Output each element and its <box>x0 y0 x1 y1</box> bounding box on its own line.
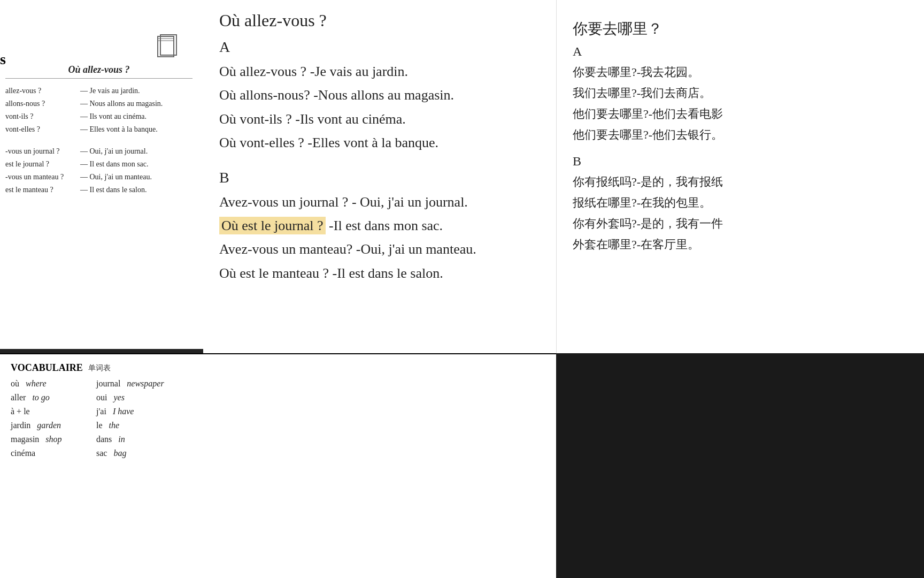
textbook-left-title: Où allez-vous ? <box>5 64 192 79</box>
left-qa-a: — Elles vont à la banque. <box>80 125 192 134</box>
dialogue-line: Avez-vous un journal ? - Oui, j'ai un jo… <box>219 193 543 212</box>
section-b-label: B <box>219 169 543 186</box>
vocab-row: où where <box>11 379 75 389</box>
cn-line: 你有外套吗?-是的，我有一件 <box>573 215 908 232</box>
vocab-title-cn: 单词表 <box>88 363 111 373</box>
cn-line: 报纸在哪里?-在我的包里。 <box>573 194 908 211</box>
dialogue-line: Où allons-nous? -Nous allons au magasin. <box>219 86 543 105</box>
vocab-en: where <box>26 379 47 388</box>
left-qa-row: vont-elles ? — Elles vont à la banque. <box>5 125 192 134</box>
cn-line: 他们要去哪里?-他们去银行。 <box>573 126 908 143</box>
left-qa-q: allons-nous ? <box>5 100 80 108</box>
vocab-row: oui yes <box>96 393 164 402</box>
cn-section-b: B 你有报纸吗?-是的，我有报纸 报纸在哪里?-在我的包里。 你有外套吗?-是的… <box>573 154 908 253</box>
vocab-fr: jardin <box>11 421 30 430</box>
left-qa-a: — Il est dans mon sac. <box>80 160 192 169</box>
dialogue-line: Où est le manteau ? -Il est dans le salo… <box>219 264 543 283</box>
cn-line: 他们要去哪里?-他们去看电影 <box>573 105 908 123</box>
left-qa-q: allez-vous ? <box>5 87 80 95</box>
cn-line: 你要去哪里?-我去花园。 <box>573 63 908 81</box>
vocab-title: VOCABULAIRE <box>11 362 83 374</box>
vocab-fr: aller <box>11 393 26 402</box>
vocab-en: the <box>109 421 120 430</box>
vocab-en: to go <box>32 393 49 402</box>
vocab-row: aller to go <box>11 393 75 402</box>
vocab-en: in <box>118 435 125 444</box>
left-qa-q: -vous un manteau ? <box>5 173 80 181</box>
vocab-fr: magasin <box>11 435 39 444</box>
vocab-fr: le <box>96 421 103 430</box>
vocab-en: yes <box>113 393 124 402</box>
left-qa-a: — Nous allons au magasin. <box>80 100 192 108</box>
vocab-row: magasin shop <box>11 435 75 444</box>
page-container: s Où allez-vous ? allez-vous ? — Je vais… <box>0 0 924 578</box>
left-qa-a: — Ils vont au cinéma. <box>80 112 192 121</box>
left-qa-q: est le manteau ? <box>5 186 80 194</box>
left-qa-a: — Je vais au jardin. <box>80 87 192 95</box>
cn-section-a-label: A <box>573 44 908 59</box>
left-qa-section-b: -vous un journal ? — Oui, j'ai un journa… <box>5 147 192 194</box>
vocab-fr: sac <box>96 448 107 458</box>
left-qa-row: est le manteau ? — Il est dans le salon. <box>5 186 192 194</box>
vocab-fr: dans <box>96 435 112 444</box>
textbook-left: Où allez-vous ? allez-vous ? — Je vais a… <box>0 0 203 343</box>
left-panel: s Où allez-vous ? allez-vous ? — Je vais… <box>0 0 556 578</box>
highlighted-text: Où est le journal ? <box>219 217 326 234</box>
vocab-en: newspaper <box>127 379 164 388</box>
left-qa-row: vont-ils ? — Ils vont au cinéma. <box>5 112 192 121</box>
dialogue-line: Où vont-elles ? -Elles vont à la banque. <box>219 133 543 153</box>
vocab-fr: cinéma <box>11 448 35 458</box>
left-qa-a: — Oui, j'ai un manteau. <box>80 173 192 181</box>
vocab-row: sac bag <box>96 448 164 458</box>
left-qa-q: -vous un journal ? <box>5 147 80 156</box>
left-qa-row: allons-nous ? — Nous allons au magasin. <box>5 100 192 108</box>
dialogue-line: Où allez-vous ? -Je vais au jardin. <box>219 62 543 81</box>
cn-line: 外套在哪里?-在客厅里。 <box>573 235 908 253</box>
vocab-col-1: où where aller to go à + le jardin garde… <box>11 379 75 458</box>
left-qa-row: allez-vous ? — Je vais au jardin. <box>5 87 192 95</box>
vocab-row: cinéma <box>11 448 75 458</box>
left-qa-q: vont-elles ? <box>5 125 80 134</box>
vocab-en: I have <box>113 407 134 416</box>
vocab-row: à + le <box>11 407 75 416</box>
left-qa-q: vont-ils ? <box>5 112 80 121</box>
left-qa-a: — Oui, j'ai un journal. <box>80 147 192 156</box>
vocab-col-2: journal newspaper oui yes j'ai I have le… <box>96 379 164 458</box>
book-icon <box>155 32 182 61</box>
dialogue-line: Avez-vous un manteau? -Oui, j'ai un mant… <box>219 240 543 259</box>
main-title: Où allez-vous ? <box>219 11 543 31</box>
cn-line: 我们去哪里?-我们去商店。 <box>573 84 908 102</box>
left-qa-section-a: allez-vous ? — Je vais au jardin. allons… <box>5 87 192 134</box>
vocab-section: VOCABULAIRE 单词表 où where aller to go à +… <box>0 353 556 578</box>
vocab-row: dans in <box>96 435 164 444</box>
left-qa-a: — Il est dans le salon. <box>80 186 192 194</box>
vocab-fr: journal <box>96 379 120 388</box>
vocab-fr: oui <box>96 393 107 402</box>
black-bar <box>0 349 203 353</box>
vocab-en: garden <box>37 421 61 430</box>
vocab-row: jardin garden <box>11 421 75 430</box>
vocab-row: journal newspaper <box>96 379 164 389</box>
vocab-columns: où where aller to go à + le jardin garde… <box>11 379 545 458</box>
vocab-fr: j'ai <box>96 407 106 416</box>
cn-title: 你要去哪里？ <box>573 19 908 39</box>
dialogue-line: Où vont-ils ? -Ils vont au cinéma. <box>219 110 543 129</box>
cn-section-b-label: B <box>573 154 908 169</box>
vocab-fr: à + le <box>11 407 30 416</box>
vocab-en: bag <box>113 448 126 458</box>
vocab-row: j'ai I have <box>96 407 164 416</box>
vocab-en: shop <box>45 435 61 444</box>
left-qa-row: -vous un journal ? — Oui, j'ai un journa… <box>5 147 192 156</box>
left-qa-row: est le journal ? — Il est dans mon sac. <box>5 160 192 169</box>
cn-line: 你有报纸吗?-是的，我有报纸 <box>573 173 908 191</box>
section-b: B Avez-vous un journal ? - Oui, j'ai un … <box>219 169 543 284</box>
section-a-label: A <box>219 39 543 56</box>
right-bottom-dark <box>556 353 924 578</box>
vocab-row: le the <box>96 421 164 430</box>
dialogue-suffix: -Il est dans mon sac. <box>326 218 443 233</box>
left-qa-row: -vous un manteau ? — Oui, j'ai un mantea… <box>5 173 192 181</box>
vocab-fr: où <box>11 379 19 388</box>
main-content: Où allez-vous ? A Où allez-vous ? -Je va… <box>206 0 556 343</box>
dialogue-line-highlight: Où est le journal ? -Il est dans mon sac… <box>219 216 543 235</box>
left-qa-q: est le journal ? <box>5 160 80 169</box>
